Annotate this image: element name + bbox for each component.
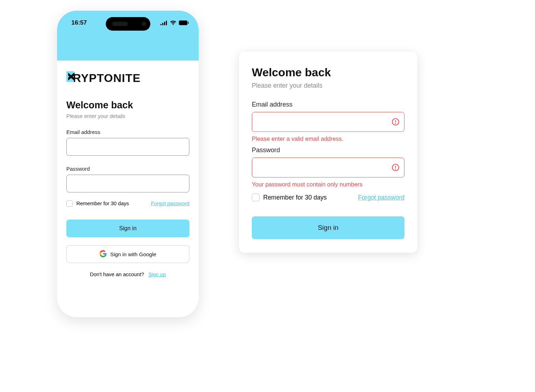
email-label: Email address: [66, 129, 189, 135]
svg-rect-4: [179, 21, 188, 25]
forgot-password-link[interactable]: Forgot password: [151, 201, 189, 206]
email-label: Email address: [252, 101, 404, 108]
password-label: Password: [66, 166, 189, 172]
no-account-text: Don't have an account?: [90, 272, 144, 277]
welcome-heading: Welcome back: [252, 66, 404, 79]
sign-up-link[interactable]: Sign up: [148, 272, 166, 277]
error-icon: [392, 118, 399, 126]
svg-rect-0: [160, 24, 162, 25]
checkbox-box[interactable]: [252, 194, 260, 201]
wifi-icon: [170, 20, 177, 25]
signup-row: Don't have an account? Sign up: [66, 272, 189, 277]
email-field-group: Email address: [66, 129, 189, 156]
password-label: Password: [252, 146, 404, 154]
remember-checkbox[interactable]: Remember for 30 days: [66, 200, 129, 207]
status-time: 16:57: [71, 19, 87, 26]
password-field-group: Password Your password must contain only…: [252, 146, 404, 188]
cellular-signal-icon: [160, 21, 168, 25]
welcome-subheading: Please enter your details: [252, 82, 404, 89]
email-input[interactable]: [252, 112, 404, 132]
google-button-label: Sign in with Google: [110, 251, 156, 257]
password-input[interactable]: [66, 175, 189, 192]
email-input[interactable]: [66, 138, 189, 156]
svg-rect-5: [188, 22, 189, 24]
sign-in-button[interactable]: Sign in: [66, 220, 189, 237]
email-field-group: Email address Please enter a valid email…: [252, 101, 404, 142]
password-input[interactable]: [252, 158, 404, 177]
welcome-heading: Welcome back: [66, 100, 189, 111]
password-field-group: Password: [66, 166, 189, 192]
svg-rect-3: [166, 21, 167, 25]
brand-mark: [66, 71, 74, 82]
svg-rect-2: [164, 22, 165, 25]
google-sign-in-button[interactable]: Sign in with Google: [66, 245, 189, 263]
password-error-message: Your password must contain only numbers: [252, 181, 404, 188]
checkbox-box[interactable]: [66, 200, 73, 207]
svg-rect-1: [162, 23, 163, 25]
battery-icon: [179, 20, 189, 25]
login-card-error-state: Welcome back Please enter your details E…: [239, 52, 417, 253]
error-icon: [392, 164, 399, 171]
phone-mockup: 16:57 RYPTONITE Welcome back Pl: [57, 11, 199, 317]
welcome-subheading: Please enter your details: [66, 113, 189, 119]
brand-text: RYPTONITE: [73, 72, 141, 85]
brand-logo: RYPTONITE: [66, 71, 189, 85]
forgot-password-link[interactable]: Forgot password: [358, 194, 404, 201]
remember-label: Remember for 30 days: [76, 201, 129, 206]
phone-header: 16:57: [57, 11, 199, 61]
sign-in-button[interactable]: Sign in: [252, 216, 404, 239]
remember-label: Remember for 30 days: [263, 194, 327, 201]
dynamic-island: [106, 17, 150, 31]
google-icon: [100, 250, 107, 258]
svg-point-8: [395, 123, 396, 124]
email-error-message: Please enter a valid email address.: [252, 135, 404, 142]
svg-point-11: [395, 169, 396, 169]
remember-checkbox[interactable]: Remember for 30 days: [252, 194, 327, 201]
